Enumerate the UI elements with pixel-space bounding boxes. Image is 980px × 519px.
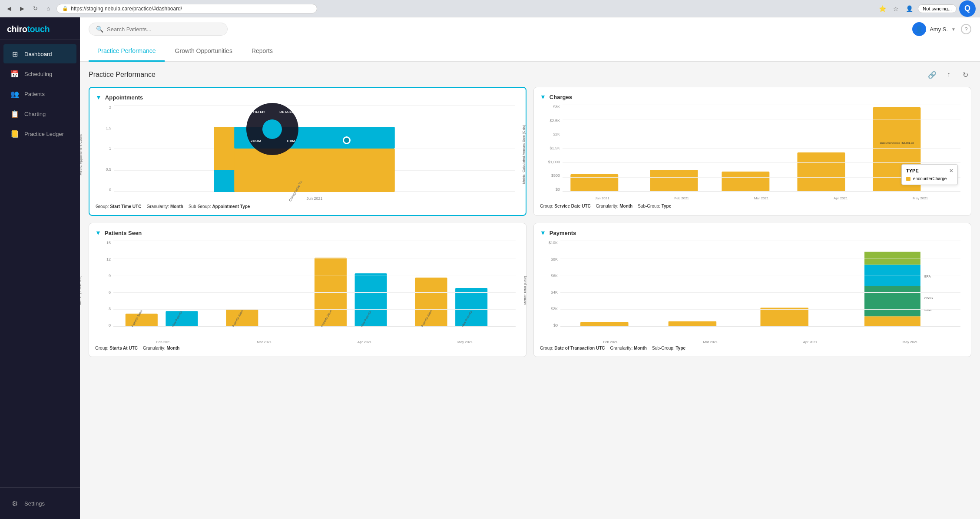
back-button[interactable]: ◀ (4, 4, 14, 13)
y-axis-label-payments: Metric: Total (Calc) (523, 276, 527, 305)
filter-icon-charges: ▼ (540, 93, 546, 100)
tab-practice-performance[interactable]: Practice Performance (89, 41, 165, 62)
svg-rect-19 (864, 264, 920, 286)
patients-x-feb: Feb 2021 (156, 340, 171, 344)
chart-footer-payments: Group: Date of Transaction UTC Granulari… (540, 346, 965, 350)
type-legend-close[interactable]: ✕ (949, 168, 953, 174)
sidebar-nav: ⊞ Dashboard 📅 Scheduling 👥 Patients 📋 Ch… (0, 40, 80, 487)
scheduling-icon: 📅 (10, 69, 19, 78)
cm-filter[interactable]: FILTER (253, 110, 265, 114)
patients-y-9: 9 (109, 274, 111, 278)
group-label: Group: Start Time UTC (96, 204, 141, 209)
sidebar: chirotouch ⊞ Dashboard 📅 Scheduling 👥 Pa… (0, 17, 80, 519)
search-bar[interactable]: 🔍 (89, 23, 228, 36)
tab-bar: Practice Performance Growth Opportunitie… (80, 41, 980, 62)
charges-x-may: May 2021 (913, 196, 928, 200)
home-button[interactable]: ⌂ (43, 4, 53, 13)
header-actions: 🔗 ↑ ↻ (926, 69, 971, 81)
reload-button[interactable]: ↻ (30, 4, 40, 13)
favorites-button[interactable]: ☆ (891, 4, 901, 13)
payments-x-labels: Feb 2021 Mar 2021 Apr 2021 May 2021 (560, 340, 960, 344)
payments-x-feb: Feb 2021 (603, 340, 618, 344)
upload-button[interactable]: ↑ (943, 69, 955, 81)
help-button[interactable]: ? (961, 24, 971, 34)
sidebar-settings: ⚙ Settings (0, 487, 80, 519)
avatar-icon: 👤 (912, 22, 926, 36)
search-input[interactable] (107, 26, 220, 33)
patients-x-labels: Feb 2021 Mar 2021 Apr 2021 May 2021 (113, 340, 516, 344)
sidebar-item-label-settings: Settings (24, 500, 45, 507)
logo: chirotouch (7, 24, 73, 34)
tab-reports[interactable]: Reports (243, 41, 281, 62)
sidebar-item-label-charting: Charting (24, 111, 46, 117)
charges-x-feb: Feb 2021 (674, 196, 689, 200)
sidebar-item-dashboard[interactable]: ⊞ Dashboard (3, 44, 76, 63)
settings-icon: ⚙ (10, 499, 19, 508)
filter-icon-patients: ▼ (95, 229, 101, 236)
section-header: Practice Performance 🔗 ↑ ↻ (89, 69, 971, 81)
payments-chart: ▼ Payments $10K $8K $6K $4K $2K $0 (533, 223, 971, 357)
sidebar-item-label-scheduling: Scheduling (24, 71, 52, 77)
appointments-bars-svg (114, 105, 515, 192)
sync-button[interactable]: Not syncing... (918, 4, 957, 13)
section-title: Practice Performance (89, 71, 156, 79)
account-button[interactable]: 👤 (904, 4, 915, 13)
app-header: 🔍 👤 Amy S. ▼ ? (80, 17, 980, 41)
user-avatar[interactable]: 👤 Amy S. ▼ (912, 22, 956, 36)
y-tick-2: 2 (109, 105, 111, 109)
y-tick-0-5: 0.5 (106, 167, 111, 172)
payments-y-6k: $6K (551, 274, 558, 278)
patients-y-15: 15 (106, 241, 111, 245)
patients-icon: 👥 (10, 89, 19, 98)
charges-granularity-value: Month (619, 204, 632, 208)
forward-button[interactable]: ▶ (17, 4, 27, 13)
patients-plot: Patients Seen New Patients Patients Seen… (113, 241, 516, 327)
charges-chart-area: $3K $2.5K $2K $1.5K $1,000 $500 $0 Metri… (540, 105, 965, 200)
sidebar-item-charting[interactable]: 📋 Charting (3, 104, 76, 123)
svg-rect-16 (761, 307, 809, 327)
charges-chart: ▼ Charges $3K $2.5K $2K $1.5K $1,000 (533, 87, 971, 216)
sidebar-item-settings[interactable]: ⚙ Settings (3, 494, 76, 513)
chart-title-charges: Charges (550, 94, 572, 100)
appointments-plot: Chiropractic Tx FILTER DETAILS ZOOM TRIM (114, 105, 515, 192)
legend-item-encounter-charge: encounterCharge (906, 176, 953, 181)
appointments-chart-area: 2 1.5 1 0.5 0 Metric: Appointment Count (96, 105, 520, 201)
patients-chart-area: 15 12 9 6 3 0 Metric: (2 selected) (95, 241, 520, 336)
sidebar-item-patients[interactable]: 👥 Patients (3, 84, 76, 103)
cm-zoom[interactable]: ZOOM (251, 139, 261, 143)
refresh-button[interactable]: ↻ (959, 69, 971, 81)
svg-rect-12 (415, 278, 447, 327)
charges-y-2-5k: $2.5K (550, 119, 560, 123)
legend-label-encounter: encounterCharge (913, 176, 947, 181)
sidebar-item-label-dashboard: Dashboard (24, 51, 52, 57)
patients-y-12: 12 (106, 257, 111, 261)
svg-rect-3 (650, 170, 698, 192)
payments-subgroup-label: Sub-Group: Type (652, 346, 685, 350)
help-overlay-button[interactable]: Q (959, 0, 976, 17)
type-legend-header: TYPE ✕ (906, 168, 953, 174)
sidebar-item-scheduling[interactable]: 📅 Scheduling (3, 64, 76, 83)
sidebar-item-practice-ledger[interactable]: 📒 Practice Ledger (3, 124, 76, 143)
tab-growth-opportunities[interactable]: Growth Opportunities (166, 41, 241, 62)
patients-seen-chart: ▼ Patients Seen 15 12 9 6 3 0 (89, 223, 526, 357)
charges-y-500: $500 (551, 173, 560, 178)
charges-y-0: $0 (556, 187, 560, 192)
patients-y-6: 6 (109, 290, 111, 294)
link-button[interactable]: 🔗 (926, 69, 938, 81)
cm-details[interactable]: DETAILS (279, 110, 294, 114)
payments-chart-area: $10K $8K $6K $4K $2K $0 Metric: Total (C… (540, 241, 965, 336)
cm-trim[interactable]: TRIM (286, 139, 295, 143)
main-content: Practice Performance Growth Opportunitie… (80, 41, 980, 519)
extensions-button[interactable]: ⭐ (877, 4, 888, 13)
svg-rect-17 (864, 316, 920, 327)
payments-granularity-label: Granularity: Month (610, 346, 647, 350)
patients-x-apr: Apr 2021 (358, 340, 371, 344)
url-bar[interactable]: 🔒 https://staging.nebula.care/practice/#… (56, 4, 317, 13)
browser-action-buttons: ⭐ ☆ 👤 Not syncing... Q (877, 0, 976, 17)
payments-y-8k: $8K (551, 257, 558, 261)
payments-y-2k: $2K (551, 307, 558, 311)
chart-header-payments: ▼ Payments (540, 229, 965, 236)
charges-y-1-5k: $1.5K (550, 146, 560, 150)
patients-group-value: Starts At UTC (109, 346, 138, 350)
chart-header-appointments: ▼ Appointments (96, 94, 520, 101)
